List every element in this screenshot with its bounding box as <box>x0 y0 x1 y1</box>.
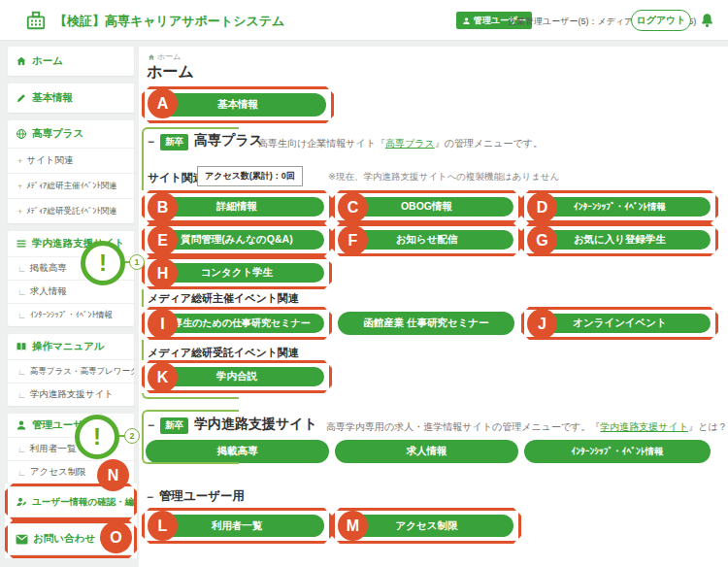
annotation-letter-n: N <box>97 459 129 491</box>
annotation-box-b: 詳細情報B <box>142 190 332 223</box>
corner-prefix: ∟ <box>17 287 26 297</box>
sidebar-item-label: サイト関連 <box>26 154 73 167</box>
sidebar-item-internship-event-info[interactable]: ∟ｲﾝﾀｰﾝｼｯﾌﾟ・ｲﾍﾞﾝﾄ情報 <box>8 303 134 326</box>
sidebar-group-manual[interactable]: 操作マニュアル <box>8 334 134 359</box>
plus-prefix: + <box>17 207 22 217</box>
sidebar-item-label: アクセス制限 <box>30 466 86 479</box>
annotation-box-k: 学内合説K <box>142 360 332 393</box>
hakodate-seminar-button[interactable]: 函館産業 仕事研究セミナー <box>338 312 514 335</box>
corner-prefix: ∟ <box>17 390 26 400</box>
annotation-box-h: コンタクト学生H <box>142 256 332 289</box>
section-desc-kosen-plus: 高専生向け企業情報サイト『高専プラス』の管理メニューです。 <box>258 137 543 150</box>
sidebar-item-basic-info[interactable]: 基本情報 <box>8 83 134 113</box>
shinro-site-link[interactable]: 学内進路支援サイト <box>600 421 688 432</box>
desc-text: 高専生向け企業情報サイト『 <box>258 138 385 149</box>
corner-prefix: ∟ <box>17 367 26 377</box>
sidebar-item-manual-kosen-plus[interactable]: ∟高専プラス・高専プレワーク <box>8 359 134 383</box>
list-icon <box>16 238 27 250</box>
sidebar-item-label: ホーム <box>32 54 63 68</box>
annotation-box-d: ｲﾝﾀｰﾝｼｯﾌﾟ・ｲﾍﾞﾝﾄ情報D <box>521 190 718 223</box>
sidebar-group-label: 操作マニュアル <box>32 340 105 353</box>
section-collapse-toggle[interactable]: − <box>147 490 153 504</box>
sidebar-item-label: 掲載高専 <box>30 262 67 275</box>
sidebar-item-label: ﾒﾃﾞｨｱ総研受託ｲﾍﾞﾝﾄ関連 <box>26 206 117 217</box>
home-icon <box>16 55 27 67</box>
annotation-letter-l: L <box>148 511 178 541</box>
annotation-letter-o: O <box>100 521 132 553</box>
pencil-icon <box>16 92 27 104</box>
sidebar-card-manual: 操作マニュアル ∟高専プラス・高専プレワーク ∟学内進路支援サイト <box>8 334 134 406</box>
annotation-box-a: 基本情報 A <box>142 86 334 123</box>
kosen-plus-link[interactable]: 高専プラス <box>385 138 435 149</box>
section-title-admin: 管理ユーザー用 <box>159 488 245 505</box>
plus-prefix: + <box>17 156 22 166</box>
annotation-box-m: アクセス制限M <box>332 508 521 544</box>
annotation-box-e: 質問管理(みんなのQ&A)E <box>142 223 332 256</box>
annotation-letter-b: B <box>148 192 178 222</box>
sidebar-item-label: ﾒﾃﾞｨｱ総研主催ｲﾍﾞﾝﾄ関連 <box>26 181 117 192</box>
sidebar-item-label: ｲﾝﾀｰﾝｼｯﾌﾟ・ｲﾍﾞﾝﾄ情報 <box>30 310 113 321</box>
person-icon <box>16 419 27 431</box>
annotation-letter-i: I <box>148 309 178 339</box>
sidebar-item-label: 求人情報 <box>30 285 67 298</box>
sidebar-item-label: 高専プラス・高専プレワーク <box>30 366 134 378</box>
annotation-box-c: OBOG情報C <box>332 190 521 223</box>
sidebar-item-home[interactable]: ホーム <box>8 47 134 76</box>
plus-prefix: + <box>17 182 22 191</box>
sidebar-item-media-contract-events[interactable]: +ﾒﾃﾞｨｱ総研受託ｲﾍﾞﾝﾄ関連 <box>8 198 134 223</box>
annotation-letter-k: K <box>148 362 178 392</box>
copy-function-note: ※現在、学内進路支援サイトへの複製機能はありません <box>328 171 559 183</box>
sidebar-item-label: 基本情報 <box>32 91 73 105</box>
sidebar-card-basic-info: 基本情報 <box>8 83 134 113</box>
sidebar-group-label: 高専プラス <box>32 127 83 141</box>
desc-text: 』の管理メニューです。 <box>435 138 543 149</box>
internship-event-info-button-2[interactable]: ｲﾝﾀｰﾝｼｯﾌﾟ・ｲﾍﾞﾝﾄ情報 <box>524 440 711 463</box>
sidebar-item-label: 学内進路支援サイト <box>30 388 114 401</box>
sidebar-item-job-info[interactable]: ∟求人情報 <box>8 280 134 303</box>
globe-icon <box>16 128 27 140</box>
annotation-number-2: 2 <box>124 428 140 444</box>
annotation-box-g: お気に入り登録学生G <box>521 223 718 256</box>
annotation-exclamation-2: ! <box>75 415 119 459</box>
logout-button[interactable]: ログアウト <box>631 10 691 31</box>
person-icon <box>462 17 471 25</box>
annotation-letter-e: E <box>148 225 178 255</box>
bell-icon[interactable] <box>699 12 715 33</box>
annotation-exclamation-1: ! <box>81 241 125 285</box>
breadcrumb[interactable]: ホーム <box>148 51 181 62</box>
sidebar-card-home: ホーム <box>8 47 134 76</box>
building-icon <box>25 10 47 35</box>
sidebar-group-kosen-plus[interactable]: 高専プラス <box>8 120 134 148</box>
desc-text: 高専学内専用の求人・進学情報サイトの管理メニューです。『 <box>326 421 600 432</box>
annotation-number-1: 1 <box>129 254 145 270</box>
sidebar-item-label: 利用者一覧 <box>30 443 77 455</box>
page-title: ホーム <box>147 62 194 83</box>
book-icon <box>16 341 27 352</box>
app-window: 【検証】高専キャリアサポートシステム 管理ユーザー 企業管理ユーザー(5)：メデ… <box>0 0 728 567</box>
annotation-letter-m: M <box>338 511 368 541</box>
annotation-letter-j: J <box>527 309 557 339</box>
annotation-letter-d: D <box>527 192 557 222</box>
annotation-box-l: 利用者一覧L <box>142 508 332 544</box>
job-info-button[interactable]: 求人情報 <box>335 440 518 463</box>
annotation-box-j: オンラインイベントJ <box>521 307 718 340</box>
sidebar-item-media-host-events[interactable]: +ﾒﾃﾞｨｱ総研主催ｲﾍﾞﾝﾄ関連 <box>8 173 134 198</box>
breadcrumb-label: ホーム <box>157 51 181 62</box>
annotation-box-f: お知らせ配信F <box>332 223 521 256</box>
corner-prefix: ∟ <box>17 445 26 454</box>
annotation-letter-f: F <box>338 225 368 255</box>
sidebar-item-manual-shinro-site[interactable]: ∟学内進路支援サイト <box>8 383 134 406</box>
corner-prefix: ∟ <box>17 264 26 274</box>
home-icon <box>148 53 155 61</box>
section-desc-shinro-site: 高専学内専用の求人・進学情報サイトの管理メニューです。『学内進路支援サイト』とは… <box>326 420 728 434</box>
sidebar-card-kosen-plus: 高専プラス +サイト関連 +ﾒﾃﾞｨｱ総研主催ｲﾍﾞﾝﾄ関連 +ﾒﾃﾞｨｱ総研受… <box>8 120 134 223</box>
annotation-letter-c: C <box>338 192 368 222</box>
annotation-box-i: 高専生のための仕事研究セミナーI <box>142 307 332 340</box>
annotation-letter-h: H <box>148 258 178 288</box>
annotation-letter-g: G <box>527 225 557 255</box>
annotation-letter-a: A <box>148 88 178 118</box>
desc-text: 』とは？ <box>688 421 727 432</box>
app-title: 【検証】高専キャリアサポートシステム <box>54 13 284 30</box>
app-header: 【検証】高専キャリアサポートシステム 管理ユーザー 企業管理ユーザー(5)：メデ… <box>0 0 728 41</box>
sidebar-item-site-related[interactable]: +サイト関連 <box>8 148 134 173</box>
